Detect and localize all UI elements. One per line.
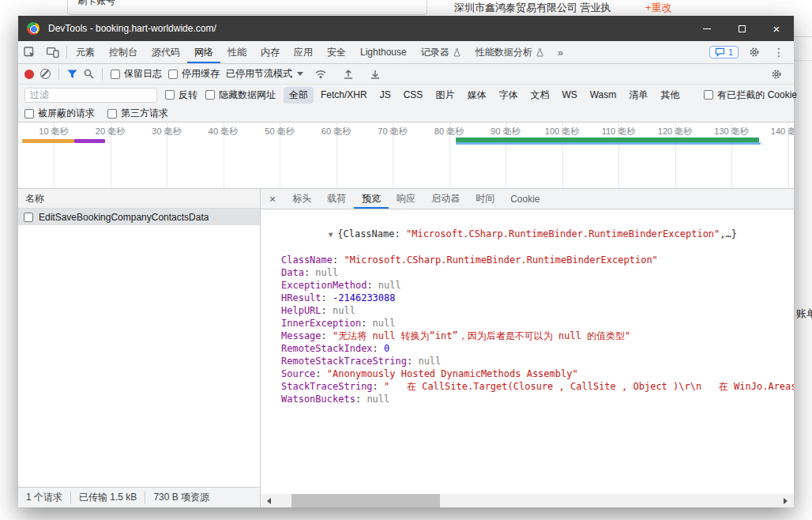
property-colon: : [304,267,315,278]
inspect-element-button[interactable] [18,41,41,63]
property-value: null [367,394,389,405]
filter-icon[interactable] [67,70,77,79]
detail-tab-标头[interactable]: 标头 [284,189,319,209]
console-messages-badge[interactable]: 1 [709,46,739,58]
background-input[interactable]: 刷卡账号 [67,0,427,15]
network-settings-button[interactable] [765,69,788,80]
close-details-button[interactable]: × [261,189,284,209]
tab-安全[interactable]: 安全 [320,41,353,63]
request-list: EditSaveBookingCompanyContactsData [18,209,260,225]
kebab-menu-button[interactable]: ⋮ [770,46,788,58]
bill-label: 账单 [796,307,812,321]
property-key: InnerException [281,318,361,329]
page-divider [794,36,812,37]
filter-type-图片[interactable]: 图片 [430,87,460,104]
hide-data-urls-option[interactable]: 隐藏数据网址 [205,89,276,102]
detail-tab-预览[interactable]: 预览 [354,189,389,209]
tab-性能[interactable]: 性能 [220,41,254,63]
horizontal-scrollbar[interactable] [261,494,794,507]
maximize-button[interactable] [724,16,759,41]
transferred-size: 已传输 1.5 kB [71,492,145,504]
detail-tabbar: × 标头载荷预览响应启动器时间Cookie [261,189,794,209]
preview-property-Message: Message: "无法将 null 转换为“int”，因为后者是不可以为 nu… [270,330,794,342]
filter-type-Wasm[interactable]: Wasm [585,88,622,102]
more-tabs-button[interactable]: » [551,41,570,63]
record-button[interactable] [24,70,34,79]
tab-源代码[interactable]: 源代码 [145,41,187,63]
root-preview-value: "Microsoft.CSharp.RuntimeBinder.RuntimeB… [406,228,720,239]
request-checkbox[interactable] [24,213,33,222]
blocked-cookies-checkbox[interactable] [704,90,713,100]
filter-type-CSS[interactable]: CSS [398,88,429,102]
settings-button[interactable] [743,47,765,58]
timeline-overview[interactable]: 10 毫秒20 毫秒30 毫秒40 毫秒50 毫秒60 毫秒70 毫秒80 毫秒… [18,122,794,189]
detail-tab-Cookie[interactable]: Cookie [502,189,547,209]
clear-button[interactable] [40,69,51,79]
re-upload-button[interactable]: +重改 [645,1,672,15]
tab-Lighthouse[interactable]: Lighthouse [353,41,414,63]
tab-网络[interactable]: 网络 [187,41,220,63]
tab-记录器[interactable]: 记录器 [414,41,468,63]
disable-cache-label: 停用缓存 [182,67,220,81]
network-conditions-button[interactable] [310,70,332,79]
minimize-button[interactable] [690,16,724,41]
tab-元素[interactable]: 元素 [69,41,102,63]
preview-property-HResult: HResult: -2146233088 [270,292,794,304]
tab-内存[interactable]: 内存 [254,41,287,63]
timeline-tick: 50 毫秒 [265,126,294,138]
tab-控制台[interactable]: 控制台 [102,41,145,63]
tab-性能数据分析[interactable]: 性能数据分析 [468,41,551,63]
filter-type-WS[interactable]: WS [556,88,582,102]
blocked-requests-checkbox[interactable] [24,109,34,119]
disable-cache-checkbox[interactable] [168,70,178,79]
close-button[interactable]: × [759,16,794,41]
throttling-dropdown[interactable]: 已停用节流模式 [226,67,303,81]
maximize-icon [739,25,746,32]
property-key: WatsonBuckets [281,394,355,405]
scroll-right-button[interactable] [780,494,794,507]
detail-tab-载荷[interactable]: 载荷 [319,189,354,209]
preserve-log-option[interactable]: 保留日志 [111,67,162,81]
preview-root[interactable]: ▼{ClassName: "Microsoft.CSharp.RuntimeBi… [270,215,794,254]
property-key: HResult [281,292,321,303]
devtools-tabbar: 元素控制台源代码网络性能内存应用安全Lighthouse记录器性能数据分析 » … [18,41,794,64]
detail-tab-启动器[interactable]: 启动器 [423,189,468,209]
preserve-log-checkbox[interactable] [111,70,120,79]
filter-type-媒体[interactable]: 媒体 [461,87,491,104]
request-row[interactable]: EditSaveBookingCompanyContactsData [18,209,260,225]
resource-type-filters: 全部Fetch/XHRJSCSS图片媒体字体文档WSWasm清单其他 [284,87,685,104]
network-status-bar: 1 个请求 已传输 1.5 kB 730 B 项资源 [18,487,260,507]
tab-label: 安全 [327,46,346,59]
hide-data-urls-checkbox[interactable] [205,90,215,100]
invert-filter-option[interactable]: 反转 [165,89,197,102]
search-icon[interactable] [84,69,94,79]
tab-应用[interactable]: 应用 [287,41,320,63]
filter-type-Fetch/XHR[interactable]: Fetch/XHR [315,88,373,102]
export-har-button[interactable] [365,69,385,79]
import-har-button[interactable] [338,69,359,79]
experiment-flask-icon [453,48,461,57]
disable-cache-option[interactable]: 停用缓存 [168,67,220,81]
property-value: null [378,280,401,291]
filter-type-其他[interactable]: 其他 [655,87,685,104]
expand-arrow-icon[interactable]: ▼ [327,228,337,241]
name-column-header[interactable]: 名称 [18,189,260,209]
filter-type-清单[interactable]: 清单 [623,87,653,104]
third-party-option[interactable]: 第三方请求 [107,107,168,120]
scroll-left-button[interactable] [261,494,274,507]
detail-tab-时间[interactable]: 时间 [468,189,502,209]
detail-tab-响应[interactable]: 响应 [389,189,423,209]
filter-type-JS[interactable]: JS [374,88,397,102]
scrollbar-track[interactable] [274,494,780,507]
blocked-cookies-option[interactable]: 有已拦截的 Cookie [704,89,797,102]
filter-type-文档[interactable]: 文档 [524,87,554,104]
filter-input[interactable] [24,88,157,103]
filter-type-全部[interactable]: 全部 [284,87,314,104]
filter-type-字体[interactable]: 字体 [493,87,523,104]
window-title: DevTools - booking.hart-worldwide.com/ [48,23,216,34]
device-toolbar-button[interactable] [41,41,65,63]
third-party-checkbox[interactable] [107,109,117,119]
scrollbar-thumb[interactable] [291,494,440,507]
invert-checkbox[interactable] [165,90,175,100]
blocked-requests-option[interactable]: 被屏蔽的请求 [24,107,95,120]
